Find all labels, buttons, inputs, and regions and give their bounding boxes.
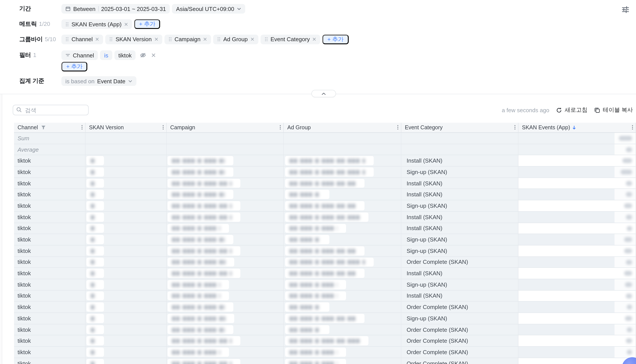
redacted-value-band (614, 336, 635, 346)
redacted-text: ▇▇ (86, 181, 95, 186)
metric-chip[interactable]: SKAN Events (App) (61, 19, 132, 29)
redacted-cell-overlay: ▇▇ ▇▇▇ ▇ ▇▇▇ ▇▇ ▇▇▇ ▇ (168, 291, 229, 300)
skan-events-value-cell (518, 178, 636, 189)
column-header-skan-events-app-[interactable]: SKAN Events (App) (518, 123, 636, 133)
redacted-text: ▇▇ ▇▇▇ ▇ ▇▇▇ ▇▇ ▇▇▇ ▇ (285, 192, 321, 197)
campaign-cell: ▇▇ ▇▇▇ ▇ ▇▇▇ ▇▇ ▇▇▇ ▇ (167, 234, 284, 245)
column-header-ad-group[interactable]: Ad Group (284, 123, 401, 133)
remove-chip-icon[interactable] (203, 37, 207, 41)
table-row: tiktok▇▇▇▇ ▇▇▇ ▇ ▇▇▇ ▇▇ ▇▇▇ ▇▇▇ ▇▇▇ ▇ ▇▇… (14, 178, 636, 189)
skan-version-cell: ▇▇ (86, 200, 167, 212)
event-category-value: Install (SKAN) (407, 180, 442, 186)
redacted-text: ▇▇ (86, 271, 95, 276)
event-category-cell: Order Complete (SKAN) (401, 324, 518, 335)
period-label: 기간 (19, 5, 31, 13)
filter-value-chip[interactable]: tiktok (115, 50, 136, 60)
redacted-cell-overlay: ▇▇ ▇▇▇ ▇ ▇▇▇ ▇▇ ▇▇▇ ▇ (168, 303, 233, 312)
column-menu-icon[interactable] (81, 125, 83, 130)
groupby-chip-campaign[interactable]: Campaign (164, 34, 211, 44)
date-range-chip[interactable]: Between 2025-03-01 ~ 2025-03-31 (61, 4, 170, 14)
column-header-campaign[interactable]: Campaign (167, 123, 284, 133)
chip-label: SKAN Events (App) (72, 21, 122, 28)
skan-version-cell: ▇▇ (86, 166, 167, 178)
table-row: tiktok▇▇▇▇ ▇▇▇ ▇ ▇▇▇ ▇▇ ▇▇▇ ▇▇▇ ▇▇▇ ▇ ▇▇… (14, 268, 636, 279)
channel-value: tiktok (18, 282, 31, 288)
redacted-cell-overlay: ▇▇ (86, 280, 104, 289)
add-groupby-button[interactable]: + 추가 (323, 34, 349, 44)
redacted-text: ▇▇ (86, 361, 95, 364)
add-metric-button[interactable]: + 추가 (134, 19, 160, 29)
ad-group-cell: ▇▇ ▇▇▇ ▇ ▇▇▇ ▇▇ ▇▇▇ ▇ (284, 155, 401, 166)
campaign-cell: ▇▇ ▇▇▇ ▇ ▇▇▇ ▇▇ ▇▇▇ ▇ (167, 223, 284, 234)
redacted-cell-overlay: ▇▇ ▇▇▇ ▇ ▇▇▇ ▇▇ ▇▇▇ ▇ (168, 168, 233, 176)
remove-chip-icon[interactable] (154, 37, 158, 41)
column-header-skan-version[interactable]: SKAN Version (86, 123, 167, 133)
column-menu-icon[interactable] (279, 125, 281, 130)
groupby-chip-skan-version[interactable]: SKAN Version (106, 34, 162, 44)
filter-value: tiktok (118, 52, 132, 58)
channel-cell: tiktok (14, 290, 86, 302)
collapse-settings-button[interactable] (311, 90, 336, 97)
kebab-icon (514, 125, 516, 130)
ad-group-cell: ▇▇ ▇▇▇ ▇ ▇▇▇ ▇▇ ▇▇▇ ▇ (284, 358, 401, 364)
column-header-event-category[interactable]: Event Category (401, 123, 518, 133)
campaign-cell: ▇▇ ▇▇▇ ▇ ▇▇▇ ▇▇ ▇▇▇ ▇ (167, 358, 284, 364)
campaign-cell: ▇▇ ▇▇▇ ▇ ▇▇▇ ▇▇ ▇▇▇ ▇ (167, 256, 284, 268)
groupby-count: 5/10 (45, 36, 56, 42)
column-menu-icon[interactable] (162, 125, 164, 130)
aggregation-basis-select[interactable]: is based on Event Date (61, 76, 136, 86)
groupby-chip-event-category[interactable]: Event Category (260, 34, 320, 44)
remove-chip-icon[interactable] (250, 37, 254, 41)
hide-filter-button[interactable] (139, 52, 147, 58)
table-row: tiktok▇▇▇▇ ▇▇▇ ▇ ▇▇▇ ▇▇ ▇▇▇ ▇▇▇ ▇▇▇ ▇ ▇▇… (14, 324, 636, 335)
add-filter-button[interactable]: + 추가 (61, 62, 87, 71)
redacted-text: ▇▇ ▇▇▇ ▇ ▇▇▇ ▇▇ ▇▇▇ ▇ (285, 350, 337, 354)
remove-filter-button[interactable] (151, 53, 156, 58)
groupby-chip-channel[interactable]: Channel (61, 34, 103, 44)
remove-chip-icon[interactable] (124, 22, 128, 26)
remove-chip-icon[interactable] (312, 37, 316, 41)
redacted-text: ▇▇ (86, 214, 95, 219)
column-header-label: SKAN Version (89, 124, 124, 130)
skan-events-value-cell (518, 256, 636, 268)
chevron-down-icon (237, 7, 241, 10)
event-category-cell: Order Complete (SKAN) (401, 347, 518, 358)
summary-value-cell (518, 133, 636, 144)
column-menu-icon[interactable] (397, 125, 399, 130)
redacted-text: ▇▇ ▇▇▇ ▇ ▇▇▇ ▇▇ ▇▇▇ ▇ (285, 316, 356, 321)
redacted-cell-overlay: ▇▇ ▇▇▇ ▇ ▇▇▇ ▇▇ ▇▇▇ ▇ (285, 336, 369, 345)
kebab-icon (631, 125, 633, 130)
summary-label: Sum (18, 135, 29, 142)
redacted-text: ▇▇ ▇▇▇ ▇ ▇▇▇ ▇▇ ▇▇▇ ▇ (285, 260, 365, 264)
drag-handle-icon (109, 37, 113, 42)
filter-operator-chip[interactable]: is (100, 50, 112, 60)
event-category-value: Sign-up (SKAN) (407, 236, 447, 243)
skan-events-value-cell (518, 279, 636, 290)
column-header-channel[interactable]: Channel (14, 123, 86, 133)
redacted-cell-overlay: ▇▇ (86, 235, 104, 244)
redacted-text: ▇▇ ▇▇▇ ▇ ▇▇▇ ▇▇ ▇▇▇ ▇ (285, 361, 337, 364)
timezone-select[interactable]: Asia/Seoul UTC+09:00 (172, 4, 245, 14)
redacted-cell-overlay: ▇▇ ▇▇▇ ▇ ▇▇▇ ▇▇ ▇▇▇ ▇ (285, 280, 346, 289)
skan-version-cell: ▇▇ (86, 178, 167, 189)
groupby-chip-ad-group[interactable]: Ad Group (213, 34, 258, 44)
analytics-report-page: 기간 Between 2025-03-01 ~ 2025-03-31 Asia/… (0, 0, 636, 364)
refresh-button[interactable]: 새로고침 (556, 106, 587, 114)
redacted-cell-overlay: ▇▇ ▇▇▇ ▇ ▇▇▇ ▇▇ ▇▇▇ ▇ (168, 336, 240, 345)
filter-label: 필터 (19, 51, 31, 59)
column-menu-icon[interactable] (631, 125, 633, 130)
filter-count: 1 (33, 52, 36, 58)
search-input[interactable] (13, 105, 89, 115)
table-row: tiktok▇▇▇▇ ▇▇▇ ▇ ▇▇▇ ▇▇ ▇▇▇ ▇▇▇ ▇▇▇ ▇ ▇▇… (14, 155, 636, 166)
column-menu-icon[interactable] (514, 125, 516, 130)
close-icon (250, 37, 254, 41)
redacted-text: ▇▇ ▇▇▇ ▇ ▇▇▇ ▇▇ ▇▇▇ ▇ (168, 271, 232, 276)
event-category-cell: Order Complete (SKAN) (401, 358, 518, 364)
redacted-text: ▇▇ (86, 260, 95, 264)
redacted-cell-overlay: ▇▇ (86, 156, 104, 165)
remove-chip-icon[interactable] (95, 37, 99, 41)
copy-table-button[interactable]: 테이블 복사 (594, 106, 633, 114)
filter-field-chip[interactable]: Channel (61, 50, 98, 60)
report-settings-icon[interactable] (620, 4, 631, 15)
redacted-cell-overlay: ▇▇ (86, 336, 104, 345)
